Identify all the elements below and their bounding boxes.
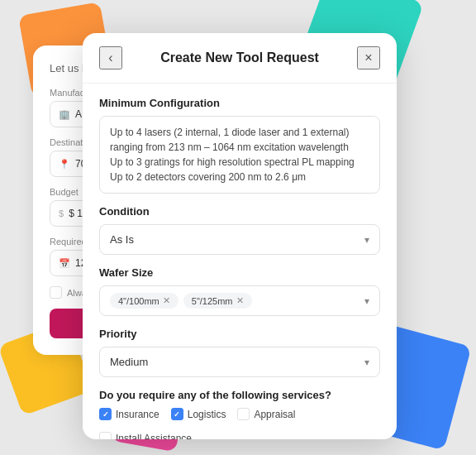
wafer-tags: 4"/100mm ✕ 5"/125mm ✕ (110, 293, 252, 309)
condition-arrow: ▾ (364, 234, 369, 246)
wafer-tag-4inch-text: 4"/100mm (118, 296, 159, 306)
priority-arrow: ▾ (364, 357, 369, 368)
dollar-icon: $ (59, 208, 64, 218)
calendar-icon: 📅 (59, 258, 70, 269)
priority-group: Priority Medium ▾ (99, 328, 380, 377)
logistics-checkbox[interactable] (171, 408, 183, 420)
service-insurance: Insurance (99, 408, 159, 420)
insurance-checkbox[interactable] (99, 408, 112, 420)
insurance-label: Insurance (116, 409, 159, 420)
appraisal-checkbox[interactable] (237, 408, 250, 420)
wafer-tag-4inch-remove[interactable]: ✕ (163, 295, 170, 306)
wafer-tag-5inch-remove[interactable]: ✕ (236, 295, 244, 306)
services-row: Insurance Logistics Appraisal Install As… (99, 408, 380, 439)
minimum-config-group: Minimum Configuration Up to 4 lasers (2 … (99, 97, 380, 194)
install-assistance-checkbox[interactable] (99, 432, 112, 439)
minimum-config-text[interactable]: Up to 4 lasers (2 internal, 1 diode lase… (99, 116, 380, 194)
service-logistics: Logistics (171, 408, 226, 420)
building-icon: 🏢 (59, 109, 70, 120)
wafer-size-label: Wafer Size (99, 266, 380, 279)
service-install-assistance: Install Assistance (99, 432, 192, 439)
pin-icon: 📍 (59, 159, 70, 170)
condition-label: Condition (99, 205, 380, 218)
modal: ‹ Create New Tool Request × Minimum Conf… (83, 33, 397, 439)
wafer-size-group: Wafer Size 4"/100mm ✕ 5"/125mm ✕ ▾ (99, 266, 380, 316)
service-appraisal: Appraisal (237, 408, 295, 420)
services-group: Do you require any of the following serv… (99, 389, 380, 439)
modal-body: Minimum Configuration Up to 4 lasers (2 … (83, 84, 397, 439)
modal-header: ‹ Create New Tool Request × (83, 33, 397, 84)
priority-value: Medium (110, 356, 148, 368)
priority-label: Priority (99, 328, 380, 340)
install-assistance-label: Install Assistance (116, 433, 192, 440)
back-button[interactable]: ‹ (99, 46, 122, 69)
wafer-tag-5inch-text: 5"/125mm (192, 296, 233, 306)
priority-select[interactable]: Medium ▾ (99, 347, 380, 377)
logistics-label: Logistics (188, 409, 226, 420)
modal-title: Create New Tool Request (160, 50, 319, 65)
appraisal-label: Appraisal (254, 409, 295, 420)
minimum-config-label: Minimum Configuration (99, 97, 380, 109)
services-label: Do you require any of the following serv… (99, 389, 380, 401)
wafer-arrow: ▾ (364, 295, 369, 307)
wafer-tag-4inch: 4"/100mm ✕ (110, 293, 178, 309)
condition-value: As Is (110, 233, 134, 246)
bg-always-checkbox (50, 286, 62, 299)
condition-group: Condition As Is ▾ (99, 205, 380, 255)
condition-select[interactable]: As Is ▾ (99, 224, 380, 255)
wafer-tag-5inch: 5"/125mm ✕ (183, 293, 252, 309)
wafer-size-select[interactable]: 4"/100mm ✕ 5"/125mm ✕ ▾ (99, 285, 380, 316)
close-button[interactable]: × (357, 46, 380, 69)
